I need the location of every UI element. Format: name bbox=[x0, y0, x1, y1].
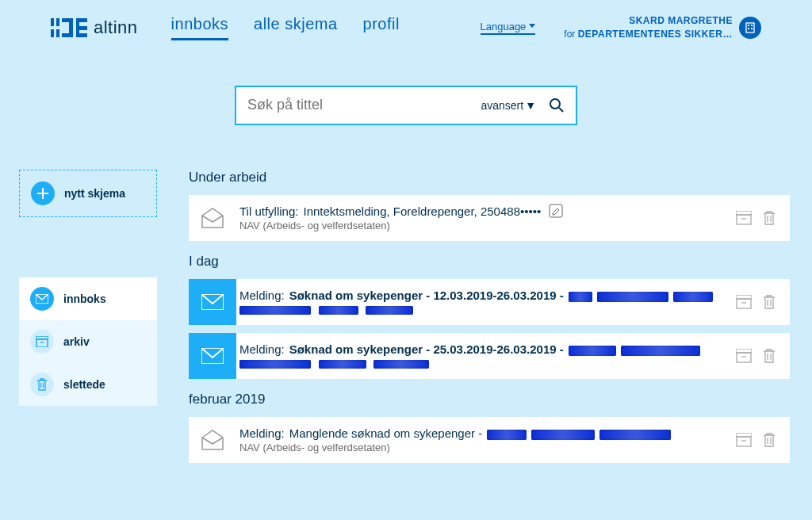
redacted-text bbox=[673, 292, 713, 302]
title-bold: Søknad om sykepenger - 25.03.2019-26.03.… bbox=[289, 342, 564, 356]
title-prefix: Melding: bbox=[239, 342, 285, 356]
sidebar: nytt skjema innboks arkiv slettede bbox=[19, 170, 157, 463]
svg-rect-6 bbox=[76, 18, 87, 22]
card-subtitle: NAV (Arbeids- og velferdsetaten) bbox=[239, 220, 715, 231]
svg-rect-29 bbox=[736, 349, 752, 353]
folder-label: slettede bbox=[63, 378, 105, 391]
svg-rect-25 bbox=[736, 295, 752, 299]
search-advanced-toggle[interactable]: avansert ▼ bbox=[481, 99, 536, 112]
message-card[interactable]: Melding: Søknad om sykepenger - 25.03.20… bbox=[189, 333, 790, 379]
search-icon[interactable] bbox=[549, 98, 565, 113]
delete-action-icon[interactable] bbox=[763, 210, 776, 226]
svg-rect-7 bbox=[76, 26, 87, 30]
svg-rect-33 bbox=[737, 437, 751, 446]
svg-rect-22 bbox=[737, 215, 751, 224]
svg-rect-8 bbox=[76, 33, 87, 37]
archive-icon bbox=[30, 330, 54, 354]
message-card[interactable]: Melding: Søknad om sykepenger - 12.03.20… bbox=[189, 279, 790, 325]
card-title: Melding: Søknad om sykepenger - 12.03.20… bbox=[239, 289, 715, 302]
trash-icon bbox=[30, 373, 54, 396]
archive-action-icon[interactable] bbox=[736, 349, 752, 363]
svg-rect-30 bbox=[737, 353, 751, 362]
card-title: Til utfylling: Inntektsmelding, Foreldre… bbox=[239, 204, 715, 218]
card-actions bbox=[722, 279, 790, 325]
card-actions bbox=[722, 333, 790, 379]
delete-action-icon[interactable] bbox=[763, 432, 776, 448]
user-text: SKARD MARGRETHE for DEPARTEMENTENES SIKK… bbox=[564, 14, 733, 41]
archive-action-icon[interactable] bbox=[736, 211, 752, 225]
redacted-text bbox=[319, 306, 358, 315]
delete-action-icon[interactable] bbox=[763, 294, 776, 310]
folder-label: arkiv bbox=[63, 335, 90, 348]
search-input[interactable] bbox=[247, 97, 481, 113]
search-box: avansert ▼ bbox=[235, 86, 577, 125]
svg-rect-11 bbox=[751, 25, 753, 26]
svg-rect-26 bbox=[737, 299, 751, 308]
main: Under arbeid Til utfylling: Inntektsmeld… bbox=[189, 170, 793, 463]
folder-innboks[interactable]: innboks bbox=[19, 277, 157, 320]
envelope-icon bbox=[189, 279, 236, 325]
svg-rect-32 bbox=[736, 433, 752, 437]
title-bold: Søknad om sykepenger - 12.03.2019-26.03.… bbox=[289, 289, 564, 302]
content: nytt skjema innboks arkiv slettede bbox=[0, 170, 812, 463]
redacted-text bbox=[621, 346, 700, 356]
redacted-text bbox=[597, 292, 668, 302]
card-actions bbox=[722, 417, 790, 463]
svg-rect-12 bbox=[748, 28, 749, 29]
svg-rect-9 bbox=[746, 23, 754, 32]
logo-icon bbox=[51, 18, 87, 37]
header: altinn innboks alle skjema profil Langua… bbox=[0, 0, 812, 41]
card-list: Melding: Manglende søknad om sykepenger … bbox=[189, 417, 790, 463]
folder-label: innboks bbox=[63, 292, 106, 305]
redacted-text bbox=[239, 360, 311, 369]
building-icon bbox=[744, 21, 756, 34]
redacted-text bbox=[569, 292, 592, 302]
redacted-text bbox=[366, 306, 413, 315]
folder-arkiv[interactable]: arkiv bbox=[19, 320, 157, 363]
new-form-label: nytt skjema bbox=[64, 187, 125, 200]
redacted-text bbox=[531, 430, 595, 440]
message-card[interactable]: Til utfylling: Inntektsmelding, Foreldre… bbox=[189, 195, 790, 241]
title-prefix: Til utfylling: bbox=[239, 205, 298, 218]
edit-icon[interactable] bbox=[549, 204, 563, 218]
nav-alle-skjema[interactable]: alle skjema bbox=[254, 15, 338, 40]
search-advanced-label: avansert bbox=[481, 99, 523, 112]
nav-profil[interactable]: profil bbox=[363, 15, 400, 40]
new-form-button[interactable]: nytt skjema bbox=[19, 170, 157, 217]
card-subtitle bbox=[239, 358, 715, 369]
message-card[interactable]: Melding: Manglende søknad om sykepenger … bbox=[189, 417, 790, 463]
mail-icon bbox=[30, 287, 54, 311]
section-title-idag: I dag bbox=[189, 254, 790, 270]
nav-innboks[interactable]: innboks bbox=[171, 15, 228, 40]
envelope-icon bbox=[189, 333, 236, 379]
archive-action-icon[interactable] bbox=[736, 295, 752, 309]
logo[interactable]: altinn bbox=[51, 17, 138, 38]
svg-rect-13 bbox=[751, 28, 753, 29]
title-rest: Inntektsmelding, Foreldrepenger, 250488•… bbox=[303, 205, 541, 218]
archive-action-icon[interactable] bbox=[736, 433, 752, 447]
card-title: Melding: Manglende søknad om sykepenger … bbox=[239, 426, 715, 440]
user-name: SKARD MARGRETHE bbox=[564, 14, 733, 28]
card-body: Melding: Søknad om sykepenger - 12.03.20… bbox=[236, 279, 722, 325]
user-block[interactable]: SKARD MARGRETHE for DEPARTEMENTENES SIKK… bbox=[564, 14, 761, 41]
logo-text: altinn bbox=[94, 17, 138, 38]
main-nav: innboks alle skjema profil bbox=[171, 15, 400, 40]
title-prefix: Melding: bbox=[239, 426, 285, 440]
redacted-text bbox=[319, 360, 366, 369]
language-selector[interactable]: Language bbox=[481, 21, 536, 35]
title-prefix: Melding: bbox=[239, 289, 285, 302]
envelope-open-icon bbox=[189, 417, 236, 463]
user-for-prefix: for bbox=[564, 29, 575, 40]
svg-rect-1 bbox=[51, 29, 54, 37]
avatar bbox=[739, 17, 761, 39]
section-title-feb2019: februar 2019 bbox=[189, 392, 790, 407]
section-title-under-arbeid: Under arbeid bbox=[189, 170, 790, 185]
delete-action-icon[interactable] bbox=[763, 348, 776, 364]
card-body: Melding: Manglende søknad om sykepenger … bbox=[236, 417, 722, 463]
title-rest: Manglende søknad om sykepenger - bbox=[289, 426, 482, 440]
plus-icon bbox=[31, 182, 55, 205]
svg-rect-0 bbox=[51, 18, 54, 26]
svg-rect-10 bbox=[748, 25, 749, 26]
folder-slettede[interactable]: slettede bbox=[19, 363, 157, 406]
card-subtitle: NAV (Arbeids- og velferdsetaten) bbox=[239, 442, 715, 453]
